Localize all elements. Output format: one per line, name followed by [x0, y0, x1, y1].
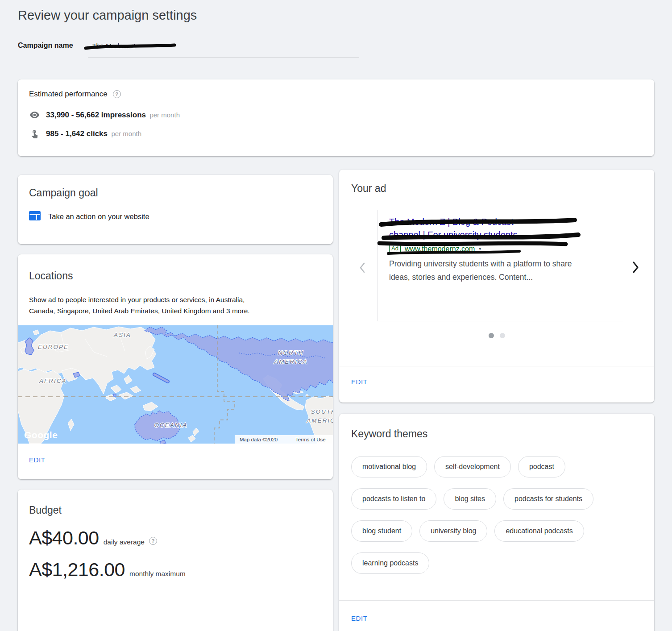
campaign-goal-text: Take an action on your website	[48, 212, 149, 221]
impressions-value: 33,990 - 56,662 impressions	[46, 111, 146, 119]
carousel-dot-1[interactable]	[489, 333, 494, 338]
keyword-themes-title: Keyword themes	[351, 428, 427, 440]
ad-headline[interactable]: The Modern Z | Blog & Podcast channel | …	[389, 216, 612, 241]
url-dropdown-icon: ▾	[479, 246, 481, 251]
budget-card: Budget A$40.00 daily average ? A$1,216.0…	[18, 490, 333, 631]
ad-preview: The Modern Z | Blog & Podcast channel | …	[377, 210, 623, 321]
ad-description: Providing university students with a pla…	[389, 257, 591, 284]
help-icon[interactable]: ?	[113, 90, 121, 98]
locations-card: Locations Show ad to people interested i…	[18, 254, 333, 479]
locations-description: Show ad to people interested in your pro…	[29, 294, 250, 316]
map-label-africa: AFRICA	[39, 378, 67, 384]
map-attribution: Map data ©2020	[240, 437, 278, 442]
clicks-value: 985 - 1,642 clicks	[46, 129, 108, 138]
keyword-chip[interactable]: podcast	[518, 456, 565, 477]
budget-title: Budget	[29, 504, 322, 516]
daily-budget-label: daily average	[104, 538, 145, 546]
website-action-icon	[29, 211, 41, 222]
campaign-goal-title: Campaign goal	[29, 187, 322, 199]
world-map[interactable]: ASIA EUROPE AFRICA NORTH AMERICA SOUTH A…	[18, 325, 333, 444]
campaign-name-label: Campaign name	[18, 42, 73, 50]
campaign-name-value[interactable]: The Modern Z	[92, 42, 135, 50]
keyword-chip[interactable]: blog student	[351, 520, 412, 542]
divider	[339, 366, 654, 366]
clicks-suffix: per month	[111, 130, 141, 137]
daily-budget-amount: A$40.00	[29, 527, 99, 549]
map-label-oceania: OCEANIA	[154, 422, 188, 428]
keyword-chip[interactable]: podcasts to listen to	[351, 488, 436, 510]
keyword-chip-list: motivational blogself-developmentpodcast…	[351, 456, 642, 574]
keyword-chip[interactable]: learning podcasts	[351, 552, 429, 574]
tap-icon	[29, 129, 40, 139]
ad-url: www.themodernz.com	[405, 245, 475, 253]
map-label-asia: ASIA	[113, 332, 131, 338]
divider	[339, 600, 654, 601]
keyword-themes-card: Keyword themes motivational blogself-dev…	[339, 414, 654, 631]
keyword-chip[interactable]: self-development	[434, 456, 511, 477]
your-ad-card: Your ad The Modern Z | Blog & Podcast ch…	[339, 170, 654, 403]
carousel-dot-2[interactable]	[500, 333, 505, 338]
keyword-chip[interactable]: podcasts for students	[503, 488, 593, 510]
google-logo: Google	[24, 430, 58, 440]
map-label-south-america-1: SOUTH	[311, 408, 333, 415]
map-label-europe: EUROPE	[38, 344, 69, 350]
review-campaign-page: Review your campaign settings Campaign n…	[0, 0, 672, 631]
carousel-previous-button[interactable]	[359, 262, 366, 275]
campaign-goal-card: Campaign goal Take an action on your web…	[18, 175, 333, 244]
locations-title: Locations	[29, 270, 73, 282]
keyword-chip[interactable]: blog sites	[444, 488, 496, 510]
eye-icon	[29, 110, 40, 120]
estimated-performance-title: Estimated performance	[29, 90, 108, 99]
map-label-south-america-2: AMERICA	[306, 417, 333, 424]
monthly-budget-label: monthly maximum	[129, 570, 186, 578]
your-ad-edit-button[interactable]: EDIT	[351, 378, 368, 386]
keyword-themes-edit-button[interactable]: EDIT	[351, 614, 368, 622]
page-title: Review your campaign settings	[18, 0, 654, 23]
map-label-north-america-1: NORTH	[278, 349, 304, 356]
keyword-chip[interactable]: university blog	[419, 520, 487, 542]
map-label-north-america-2: AMERICA	[274, 358, 308, 365]
help-icon[interactable]: ?	[149, 537, 157, 545]
daily-budget-row: A$40.00 daily average ?	[29, 527, 322, 549]
keyword-chip[interactable]: educational podcasts	[494, 520, 584, 542]
map-terms-link: Terms of Use	[295, 437, 326, 442]
keyword-chip[interactable]: motivational blog	[351, 456, 427, 477]
carousel-next-button[interactable]	[632, 261, 639, 275]
campaign-name-input-underline[interactable]	[88, 57, 359, 58]
carousel-dots	[339, 333, 654, 338]
clicks-row: 985 - 1,642 clicks per month	[29, 129, 643, 139]
your-ad-title: Your ad	[351, 183, 386, 195]
ad-badge: Ad	[389, 245, 401, 253]
estimated-performance-card: Estimated performance ? 33,990 - 56,662 …	[18, 79, 654, 156]
monthly-budget-amount: A$1,216.00	[29, 559, 125, 581]
impressions-suffix: per month	[149, 111, 180, 119]
impressions-row: 33,990 - 56,662 impressions per month	[29, 110, 643, 120]
monthly-budget-row: A$1,216.00 monthly maximum	[29, 559, 322, 581]
campaign-name-row: Campaign name The Modern Z	[18, 41, 654, 59]
locations-edit-button[interactable]: EDIT	[29, 456, 46, 464]
